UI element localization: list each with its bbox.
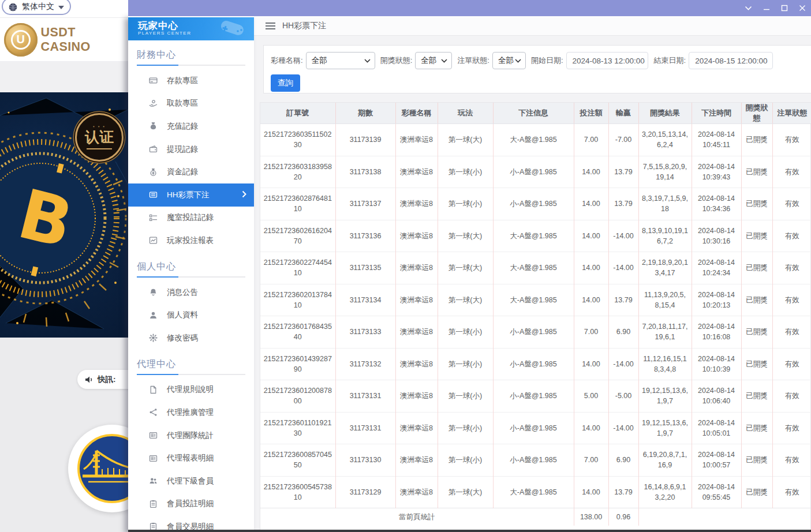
sidebar-item-資金記錄[interactable]: 資金記錄	[128, 160, 254, 183]
section-title: 代理中心	[128, 350, 254, 374]
table-cell: 13.79	[608, 156, 638, 188]
table-cell: 14.00	[574, 284, 608, 316]
column-header-玩法: 玩法	[438, 103, 493, 124]
chevron-down-button[interactable]	[739, 0, 757, 16]
sidebar-item-提現記錄[interactable]: 提現記錄	[128, 138, 254, 161]
summary-label: 當前頁統計	[260, 508, 574, 526]
table-cell: 澳洲幸运8	[395, 284, 438, 316]
table-cell: 澳洲幸运8	[395, 444, 438, 477]
sidebar-item-存款專區[interactable]: 存款專區	[128, 69, 254, 92]
sidebar-item-代理團隊統計[interactable]: 代理團隊統計	[128, 424, 254, 447]
column-header-彩種名稱: 彩種名稱	[395, 103, 438, 124]
start-date-input[interactable]: 2024-08-13 12:00:00	[566, 52, 648, 69]
table-cell: 11,13,9,20,5,8,15,4	[638, 284, 692, 316]
close-icon	[799, 5, 806, 12]
cert-badge-underline	[87, 148, 112, 149]
sidebar-item-充值記錄[interactable]: 充值記錄	[128, 115, 254, 138]
sidebar-item-代理下級會員[interactable]: 代理下級會員	[128, 470, 254, 493]
lottery-select[interactable]: 全部	[306, 52, 375, 69]
table-cell: 有效	[772, 124, 811, 156]
news-icon	[149, 454, 158, 463]
table-cell: 19,12,15,13,6,1,9,7	[638, 412, 692, 444]
draw-status-select[interactable]: 全部	[415, 52, 452, 69]
sidebar-item-label: 會員投註明細	[167, 499, 214, 509]
maximize-button[interactable]	[775, 0, 793, 16]
chevron-down-icon	[515, 59, 521, 63]
hamburger-menu-icon[interactable]	[266, 22, 275, 30]
language-selector[interactable]: 繁体中文	[2, 0, 71, 15]
table-cell: 第一球(小)	[438, 380, 493, 413]
panel-divider	[0, 62, 128, 92]
language-label: 繁体中文	[22, 2, 54, 12]
table-cell: 已開獎	[741, 252, 772, 284]
column-header-注單狀態: 注單狀態	[772, 103, 811, 124]
query-button[interactable]: 查詢	[271, 74, 300, 92]
section-underline	[137, 276, 245, 278]
table-cell: 2024-08-14 10:20:13	[692, 284, 741, 316]
table-cell: 大-A盤@1.985	[493, 252, 574, 284]
sidebar-item-label: 充值記錄	[167, 121, 198, 132]
sidebar: 玩家中心 PLAYERS CENTER 財務中心存款專區取款專區充值記錄提現記錄…	[128, 16, 254, 532]
hand-money-icon	[149, 99, 158, 108]
news-ticker[interactable]: 快訊:	[77, 370, 130, 389]
report-icon	[149, 236, 158, 245]
sidebar-item-代理規則說明[interactable]: 代理規則說明	[128, 379, 254, 402]
table-cell: 31173130	[335, 444, 395, 477]
table-cell: 2024-08-14 09:55:45	[692, 476, 741, 508]
table-cell: 已開獎	[741, 476, 772, 508]
maximize-icon	[781, 5, 788, 12]
table-cell: 大-A盤@1.985	[493, 476, 574, 508]
sidebar-item-修改密碼[interactable]: 修改密碼	[128, 327, 254, 350]
news-icon	[149, 431, 158, 440]
minimize-button[interactable]	[757, 0, 775, 16]
language-caret-icon	[58, 6, 64, 9]
language-bar: 繁体中文	[0, 0, 128, 18]
table-row: 215217236022744541031173135澳洲幸运8第一球(大)大-…	[260, 252, 811, 284]
share-icon	[149, 408, 158, 417]
sidebar-item-個人資料[interactable]: 個人資料	[128, 304, 254, 327]
table-row: 215217236035115023031173139澳洲幸运8第一球(大)大-…	[260, 124, 811, 156]
sidebar-item-玩家投注報表[interactable]: 玩家投注報表	[128, 229, 254, 252]
table-cell: 13.79	[608, 188, 638, 220]
sidebar-item-取款專區[interactable]: 取款專區	[128, 92, 254, 115]
summary-bet-total: 138.00	[574, 508, 608, 526]
sidebar-item-代理推廣管理[interactable]: 代理推廣管理	[128, 401, 254, 424]
user-icon	[149, 311, 158, 320]
table-cell: 2152172360318395820	[260, 156, 335, 188]
section-title: 財務中心	[128, 40, 254, 65]
close-button[interactable]	[793, 0, 811, 16]
page-title: HH彩票下注	[282, 21, 326, 31]
table-cell: 有效	[772, 348, 811, 380]
end-date-input[interactable]: 2024-08-15 12:00:00	[689, 52, 773, 69]
coinbag-icon	[149, 168, 158, 177]
minimize-icon	[763, 5, 770, 12]
chevron-right-icon	[242, 190, 246, 198]
table-cell: 澳洲幸运8	[395, 124, 438, 156]
sidebar-item-消息公告[interactable]: 消息公告	[128, 281, 254, 304]
sidebar-item-HH彩票下注[interactable]: HH彩票下注	[128, 183, 254, 207]
sidebar-item-label: 代理下級會員	[167, 476, 214, 486]
table-cell: 2024-08-14 10:05:01	[692, 412, 741, 444]
sidebar-item-代理報表明細[interactable]: 代理報表明細	[128, 447, 254, 470]
table-cell: -7.00	[608, 124, 638, 156]
table-cell: 有效	[772, 220, 811, 252]
sidebar-item-label: 玩家投注報表	[167, 235, 214, 246]
filter-panel: 彩種名稱: 全部 開獎狀態: 全部 注單狀態: 全部 開始日期: 2024-08…	[263, 45, 811, 93]
table-cell: 2024-08-14 10:45:11	[692, 124, 741, 156]
table-cell: 3,20,15,13,14,6,2,4	[638, 124, 692, 156]
sidebar-item-會員投註明細[interactable]: 會員投註明細	[128, 493, 254, 516]
table-cell: 大-A盤@1.985	[493, 220, 574, 252]
table-cell: 31173133	[335, 316, 395, 349]
sidebar-item-label: HH彩票下注	[167, 190, 210, 200]
chevron-down-icon	[364, 59, 371, 63]
table-cell: 31173136	[335, 220, 395, 252]
table-row: 215217236011019213031173131澳洲幸运8第一球(小)小-…	[260, 412, 811, 444]
news-ticker-label: 快訊:	[98, 374, 116, 385]
order-status-select[interactable]: 全部	[492, 52, 526, 69]
table-cell: 小-A盤@1.985	[493, 316, 574, 349]
sidebar-item-魔室投註記錄[interactable]: 魔室投註記錄	[128, 207, 254, 230]
screen: 繁体中文 U USDT CASINO B	[0, 0, 811, 532]
table-cell: 有效	[772, 380, 811, 413]
table-cell: 有效	[772, 284, 811, 316]
sidebar-header: 玩家中心 PLAYERS CENTER	[128, 17, 254, 40]
